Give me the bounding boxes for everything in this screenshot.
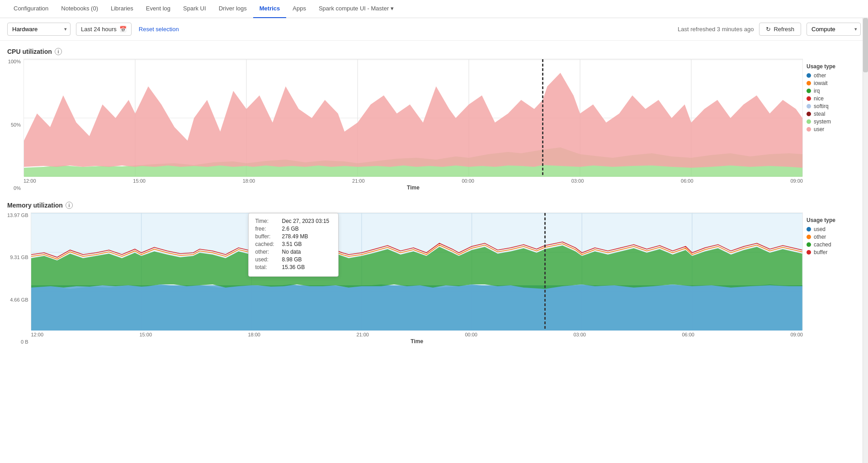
legend-dot-softirq bbox=[807, 104, 811, 109]
hardware-select-wrapper: Hardware ▾ bbox=[7, 23, 71, 36]
cpu-svg bbox=[24, 59, 802, 177]
tooltip-buffer-value: 278.49 MB bbox=[282, 233, 308, 240]
cpu-chart-section: CPU utilization i 100% 50% 0% bbox=[7, 48, 861, 191]
scrollbar-track[interactable] bbox=[863, 18, 868, 355]
memory-y-0: 0 B bbox=[21, 339, 28, 345]
legend-dot-steal bbox=[807, 112, 811, 116]
cpu-info-icon[interactable]: i bbox=[55, 48, 62, 55]
legend-irq: irq bbox=[807, 88, 861, 94]
cpu-chart-title: CPU utilization i bbox=[7, 48, 861, 55]
cpu-y-0: 0% bbox=[14, 185, 21, 191]
tooltip-free-value: 2.6 GB bbox=[282, 226, 298, 232]
mem-legend-dot-cached bbox=[807, 242, 811, 247]
memory-chart-container: 13.97 GB 9.31 GB 4.66 GB 0 B bbox=[7, 213, 861, 345]
tooltip-free-row: free: 2.6 GB bbox=[255, 226, 332, 232]
mem-legend-other: other bbox=[807, 234, 861, 240]
tooltip-used-label: used: bbox=[255, 256, 280, 263]
tooltip-other-label: other: bbox=[255, 249, 280, 255]
tooltip-total-value: 15.36 GB bbox=[282, 264, 305, 270]
cpu-canvas-wrap[interactable] bbox=[24, 59, 803, 176]
memory-x-axis-labels: 12:00 15:00 18:00 21:00 00:00 03:00 06:0… bbox=[31, 330, 803, 337]
cpu-x-axis-labels: 12:00 15:00 18:00 21:00 00:00 03:00 06:0… bbox=[24, 176, 803, 184]
tooltip-other-value: No data bbox=[282, 249, 301, 255]
memory-y-2: 9.31 GB bbox=[10, 255, 28, 260]
mem-legend-used: used bbox=[807, 226, 861, 232]
nav-eventlog[interactable]: Event log bbox=[140, 0, 177, 18]
cpu-y-50: 50% bbox=[11, 122, 21, 128]
mem-legend-dot-used bbox=[807, 227, 811, 232]
memory-tooltip: Time: Dec 27, 2023 03:15 free: 2.6 GB bu… bbox=[248, 213, 339, 277]
mem-legend-dot-other bbox=[807, 235, 811, 239]
tooltip-cached-value: 3.51 GB bbox=[282, 241, 302, 247]
tooltip-cached-label: cached: bbox=[255, 241, 280, 247]
charts-area: CPU utilization i 100% 50% 0% bbox=[0, 41, 868, 345]
date-range-picker[interactable]: Last 24 hours 📅 bbox=[76, 23, 132, 36]
tooltip-buffer-label: buffer: bbox=[255, 233, 280, 240]
mem-legend-dot-buffer bbox=[807, 250, 811, 255]
nav-metrics[interactable]: Metrics bbox=[253, 0, 287, 18]
legend-nice: nice bbox=[807, 95, 861, 102]
mem-legend-cached: cached bbox=[807, 241, 861, 248]
tooltip-total-label: total: bbox=[255, 264, 280, 270]
memory-legend-title: Usage type bbox=[807, 217, 861, 223]
memory-info-icon[interactable]: i bbox=[66, 202, 73, 209]
mem-legend-buffer: buffer bbox=[807, 249, 861, 255]
legend-dot-system bbox=[807, 119, 811, 124]
memory-chart-with-yaxis: 13.97 GB 9.31 GB 4.66 GB 0 B bbox=[7, 213, 803, 345]
legend-dot-user bbox=[807, 127, 811, 132]
nav-sparkui[interactable]: Spark UI bbox=[177, 0, 212, 18]
cpu-chart-and-xaxis: 12:00 15:00 18:00 21:00 00:00 03:00 06:0… bbox=[24, 59, 803, 191]
svg-marker-11 bbox=[24, 73, 802, 168]
cpu-chart-with-yaxis: 100% 50% 0% bbox=[7, 59, 803, 191]
nav-libraries[interactable]: Libraries bbox=[104, 0, 140, 18]
memory-y-axis: 13.97 GB 9.31 GB 4.66 GB 0 B bbox=[7, 213, 31, 345]
legend-softirq: softirq bbox=[807, 103, 861, 109]
tooltip-total-row: total: 15.36 GB bbox=[255, 264, 332, 270]
legend-user: user bbox=[807, 126, 861, 132]
date-range-label: Last 24 hours bbox=[81, 26, 117, 33]
tooltip-time-row: Time: Dec 27, 2023 03:15 bbox=[255, 218, 332, 224]
cpu-y-100: 100% bbox=[8, 59, 21, 64]
legend-other: other bbox=[807, 72, 861, 79]
refresh-label: Refresh bbox=[774, 26, 794, 33]
nav-apps[interactable]: Apps bbox=[286, 0, 312, 18]
memory-y-top: 13.97 GB bbox=[7, 213, 28, 218]
cpu-y-axis: 100% 50% 0% bbox=[7, 59, 24, 191]
svg-marker-25 bbox=[31, 284, 802, 331]
legend-dot-nice bbox=[807, 96, 811, 101]
compute-select[interactable]: Compute bbox=[807, 23, 861, 36]
memory-chart-and-xaxis: Time: Dec 27, 2023 03:15 free: 2.6 GB bu… bbox=[31, 213, 803, 345]
memory-legend: Usage type used other cached buffer bbox=[807, 213, 861, 257]
nav-configuration[interactable]: Configuration bbox=[7, 0, 55, 18]
toolbar: Hardware ▾ Last 24 hours 📅 Reset selecti… bbox=[0, 18, 868, 41]
legend-steal: steal bbox=[807, 111, 861, 117]
nav-driverlogs[interactable]: Driver logs bbox=[212, 0, 253, 18]
nav-notebooks[interactable]: Notebooks (0) bbox=[55, 0, 104, 18]
scrollbar-thumb[interactable] bbox=[863, 18, 868, 72]
tooltip-free-label: free: bbox=[255, 226, 280, 232]
memory-svg bbox=[31, 213, 802, 331]
legend-dot-irq bbox=[807, 89, 811, 93]
refresh-button[interactable]: ↻ Refresh bbox=[759, 23, 801, 36]
tooltip-used-value: 8.98 GB bbox=[282, 256, 302, 263]
legend-system: system bbox=[807, 118, 861, 125]
toolbar-right: Last refreshed 3 minutes ago ↻ Refresh C… bbox=[678, 23, 861, 36]
cpu-x-title: Time bbox=[24, 184, 803, 191]
memory-canvas-wrap[interactable]: Time: Dec 27, 2023 03:15 free: 2.6 GB bu… bbox=[31, 213, 803, 330]
memory-chart-title: Memory utilization i bbox=[7, 202, 861, 209]
nav-sparkcompute[interactable]: Spark compute UI - Master ▾ bbox=[312, 0, 400, 18]
hardware-select[interactable]: Hardware bbox=[7, 23, 71, 36]
tooltip-time-value: Dec 27, 2023 03:15 bbox=[282, 218, 329, 224]
compute-select-wrapper: Compute ▾ bbox=[807, 23, 861, 36]
memory-x-title: Time bbox=[31, 338, 803, 345]
memory-chart-section: Memory utilization i 13.97 GB 9.31 GB 4.… bbox=[7, 202, 861, 345]
cpu-legend-title: Usage type bbox=[807, 63, 861, 70]
memory-y-3: 4.66 GB bbox=[10, 297, 28, 302]
tooltip-buffer-row: buffer: 278.49 MB bbox=[255, 233, 332, 240]
tooltip-used-row: used: 8.98 GB bbox=[255, 256, 332, 263]
tooltip-cached-row: cached: 3.51 GB bbox=[255, 241, 332, 247]
tooltip-time-label: Time: bbox=[255, 218, 280, 224]
reset-selection-button[interactable]: Reset selection bbox=[137, 23, 181, 35]
tooltip-other-row: other: No data bbox=[255, 249, 332, 255]
nav-bar: Configuration Notebooks (0) Libraries Ev… bbox=[0, 0, 868, 18]
